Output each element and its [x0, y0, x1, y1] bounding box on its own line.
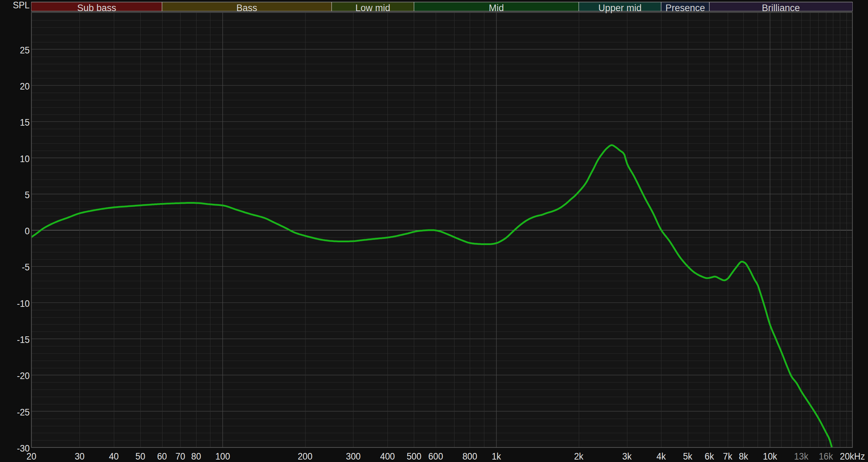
- svg-text:8k: 8k: [739, 451, 749, 462]
- svg-text:Upper mid: Upper mid: [598, 3, 642, 13]
- svg-text:Low mid: Low mid: [355, 3, 390, 13]
- svg-text:Presence: Presence: [666, 3, 705, 13]
- svg-text:10: 10: [20, 153, 30, 164]
- svg-text:20: 20: [26, 451, 36, 462]
- svg-text:-25: -25: [17, 407, 30, 418]
- svg-text:600: 600: [428, 451, 443, 462]
- svg-text:-20: -20: [17, 370, 30, 381]
- svg-text:3k: 3k: [622, 451, 632, 462]
- svg-text:Brilliance: Brilliance: [762, 3, 800, 13]
- svg-text:7k: 7k: [723, 451, 733, 462]
- svg-text:10k: 10k: [763, 451, 777, 462]
- svg-text:Mid: Mid: [489, 3, 504, 13]
- svg-text:70: 70: [175, 451, 185, 462]
- svg-text:15: 15: [20, 117, 30, 128]
- svg-text:400: 400: [380, 451, 395, 462]
- svg-text:2k: 2k: [574, 451, 584, 462]
- svg-text:1k: 1k: [492, 451, 501, 462]
- svg-text:300: 300: [346, 451, 361, 462]
- svg-text:4k: 4k: [657, 451, 666, 462]
- svg-text:60: 60: [157, 451, 167, 462]
- svg-text:25: 25: [20, 45, 30, 56]
- svg-text:20: 20: [20, 81, 30, 92]
- svg-text:200: 200: [298, 451, 312, 462]
- svg-text:-5: -5: [22, 262, 30, 272]
- svg-text:Bass: Bass: [236, 3, 257, 13]
- svg-text:30: 30: [75, 451, 84, 462]
- svg-text:800: 800: [462, 451, 477, 462]
- svg-text:40: 40: [109, 451, 119, 462]
- svg-text:20kHz: 20kHz: [840, 451, 865, 462]
- svg-text:SPL: SPL: [13, 0, 30, 10]
- svg-text:5k: 5k: [683, 451, 693, 462]
- svg-text:-10: -10: [17, 298, 30, 309]
- svg-text:50: 50: [135, 451, 145, 462]
- svg-text:Sub bass: Sub bass: [77, 3, 116, 13]
- svg-text:6k: 6k: [705, 451, 715, 462]
- svg-text:-15: -15: [17, 334, 30, 345]
- svg-text:100: 100: [215, 451, 230, 462]
- svg-text:80: 80: [191, 451, 201, 462]
- svg-text:13k: 13k: [794, 451, 809, 462]
- svg-text:16k: 16k: [819, 451, 833, 462]
- svg-text:0: 0: [25, 226, 30, 236]
- svg-text:5: 5: [25, 190, 30, 200]
- svg-text:500: 500: [407, 451, 422, 462]
